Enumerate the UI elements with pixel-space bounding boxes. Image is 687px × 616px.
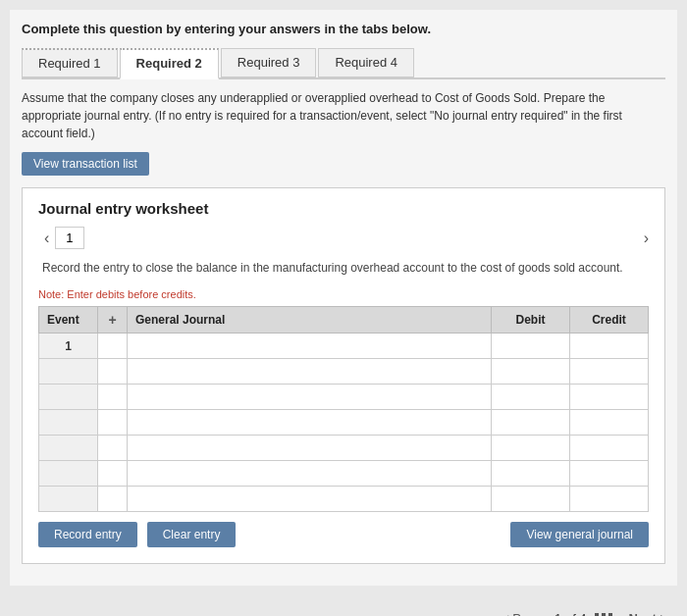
row4-gj-cell[interactable] (128, 410, 492, 436)
table-row (39, 461, 649, 487)
clear-entry-button[interactable]: Clear entry (147, 522, 237, 547)
row4-debit-cell[interactable] (492, 410, 570, 436)
row7-gj-cell[interactable] (128, 487, 492, 512)
table-row (39, 436, 649, 461)
worksheet-box: Journal entry worksheet ‹ 1 › Record the… (22, 187, 665, 564)
row7-debit-input[interactable] (500, 492, 561, 506)
row6-gj-cell[interactable] (128, 461, 492, 487)
row5-credit-cell[interactable] (570, 436, 649, 461)
action-buttons-row: Record entry Clear entry View general jo… (38, 522, 649, 547)
row7-credit-cell[interactable] (570, 487, 649, 512)
row3-gj-cell[interactable] (128, 385, 492, 410)
nav-next-arrow[interactable]: › (644, 230, 649, 247)
prev-button[interactable]: < Prev (502, 611, 539, 616)
event-cell-2 (39, 359, 98, 385)
row5-gj-cell[interactable] (128, 436, 492, 461)
page-number: 1 of 4 (555, 611, 587, 616)
row1-plus-cell (98, 334, 128, 359)
nav-number: 1 (55, 227, 83, 249)
row2-credit-cell[interactable] (570, 359, 649, 385)
worksheet-title: Journal entry worksheet (38, 200, 649, 217)
col-header-credit: Credit (570, 307, 649, 334)
entry-description: Record the entry to close the balance in… (38, 259, 649, 277)
row3-plus-cell (98, 385, 128, 410)
row6-debit-input[interactable] (500, 467, 561, 481)
tab-required1[interactable]: Required 1 (22, 48, 118, 77)
row4-plus-cell (98, 410, 128, 436)
row7-plus-cell (98, 487, 128, 512)
grid-icon (595, 605, 613, 616)
row4-gj-input[interactable] (135, 416, 483, 430)
row5-gj-input[interactable] (135, 441, 483, 455)
row3-debit-cell[interactable] (492, 385, 570, 410)
row1-debit-input[interactable] (500, 339, 561, 353)
row1-gj-input[interactable] (135, 339, 483, 353)
row3-gj-input[interactable] (135, 390, 483, 404)
row3-credit-input[interactable] (578, 390, 640, 404)
row6-debit-cell[interactable] (492, 461, 570, 487)
tab-required3[interactable]: Required 3 (221, 48, 317, 77)
col-header-event: Event (39, 307, 98, 334)
event-cell-6 (39, 461, 98, 487)
row4-debit-input[interactable] (500, 416, 561, 430)
row6-gj-input[interactable] (135, 467, 483, 481)
row1-debit-cell[interactable] (492, 334, 570, 359)
row7-debit-cell[interactable] (492, 487, 570, 512)
col-header-plus[interactable]: + (98, 307, 128, 334)
tabs-container: Required 1 Required 2 Required 3 Require… (22, 48, 665, 79)
description-text: Assume that the company closes any under… (22, 89, 665, 142)
worksheet-nav: ‹ 1 › (38, 227, 649, 249)
row3-credit-cell[interactable] (570, 385, 649, 410)
table-row (39, 385, 649, 410)
next-button[interactable]: Next > (629, 611, 667, 616)
col-header-debit: Debit (492, 307, 570, 334)
col-header-gj: General Journal (128, 307, 492, 334)
row5-debit-input[interactable] (500, 441, 561, 455)
note-text: Note: Enter debits before credits. (38, 288, 649, 300)
event-cell-1: 1 (39, 334, 98, 359)
journal-table: Event + General Journal Debit Credit 1 (38, 306, 649, 512)
tab-required4[interactable]: Required 4 (318, 48, 414, 77)
row7-gj-input[interactable] (135, 492, 483, 506)
event-cell-5 (39, 436, 98, 461)
table-row (39, 359, 649, 385)
table-row (39, 487, 649, 512)
table-row (39, 410, 649, 436)
event-cell-7 (39, 487, 98, 512)
row2-plus-cell (98, 359, 128, 385)
row2-debit-input[interactable] (500, 365, 561, 379)
row2-gj-input[interactable] (135, 365, 483, 379)
row7-credit-input[interactable] (578, 492, 640, 506)
bottom-navigation: < Prev 1 of 4 Next > (0, 595, 687, 616)
row5-debit-cell[interactable] (492, 436, 570, 461)
row3-debit-input[interactable] (500, 390, 561, 404)
plus-icon: + (108, 312, 116, 328)
row5-credit-input[interactable] (578, 441, 640, 455)
view-general-journal-button[interactable]: View general journal (510, 522, 649, 547)
row6-credit-cell[interactable] (570, 461, 649, 487)
row1-credit-cell[interactable] (570, 334, 649, 359)
row1-gj-cell[interactable] (128, 334, 492, 359)
nav-prev-arrow[interactable]: ‹ (38, 230, 55, 247)
instruction-text: Complete this question by entering your … (22, 22, 665, 36)
tab-required2[interactable]: Required 2 (120, 48, 219, 79)
row2-gj-cell[interactable] (128, 359, 492, 385)
row4-credit-cell[interactable] (570, 410, 649, 436)
row6-plus-cell (98, 461, 128, 487)
view-transaction-button[interactable]: View transaction list (22, 152, 149, 176)
event-cell-4 (39, 410, 98, 436)
row2-credit-input[interactable] (578, 365, 640, 379)
page-info: 1 of 4 (555, 605, 613, 616)
row1-credit-input[interactable] (578, 339, 640, 353)
row5-plus-cell (98, 436, 128, 461)
row6-credit-input[interactable] (578, 467, 640, 481)
table-row: 1 (39, 334, 649, 359)
record-entry-button[interactable]: Record entry (38, 522, 137, 547)
row2-debit-cell[interactable] (492, 359, 570, 385)
row4-credit-input[interactable] (578, 416, 640, 430)
event-cell-3 (39, 385, 98, 410)
